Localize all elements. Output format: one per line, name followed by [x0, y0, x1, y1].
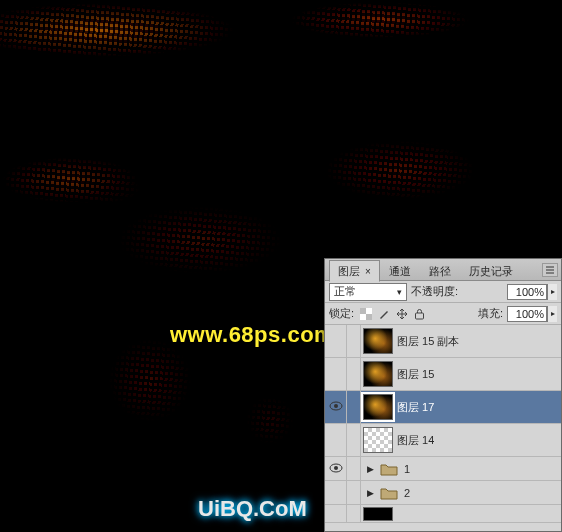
layer-group-row[interactable]: ▶ 2 [325, 481, 561, 505]
opacity-input[interactable]: 100% [507, 284, 547, 300]
layer-list: 图层 15 副本 图层 15 图层 17 图层 14 [325, 325, 561, 531]
svg-rect-4 [416, 313, 424, 319]
disclosure-triangle-icon[interactable]: ▶ [365, 487, 376, 498]
svg-rect-0 [360, 308, 366, 314]
tab-paths[interactable]: 路径 [420, 260, 460, 281]
panel-menu-icon[interactable] [542, 263, 558, 277]
lock-transparency-icon[interactable] [358, 306, 373, 321]
watermark-68ps: www.68ps.com [170, 322, 334, 348]
link-column[interactable] [347, 391, 361, 423]
link-column[interactable] [347, 424, 361, 456]
watermark-uibq: UiBQ.CoM [198, 496, 307, 522]
folder-icon [379, 461, 399, 477]
link-column[interactable] [347, 505, 361, 522]
tab-label: 历史记录 [469, 265, 513, 277]
eye-icon [329, 463, 343, 475]
opacity-value: 100% [516, 286, 544, 298]
blend-mode-value: 正常 [334, 284, 356, 299]
layer-thumbnail[interactable] [363, 328, 393, 354]
layer-thumbnail[interactable] [363, 427, 393, 453]
link-column[interactable] [347, 325, 361, 357]
layer-name: 2 [404, 487, 410, 499]
tab-channels[interactable]: 通道 [380, 260, 420, 281]
layer-thumbnail[interactable] [363, 394, 393, 420]
layer-row[interactable]: 图层 15 副本 [325, 325, 561, 358]
fill-label: 填充: [478, 306, 503, 321]
lock-all-icon[interactable] [412, 306, 427, 321]
blend-mode-select[interactable]: 正常 ▾ [329, 283, 407, 301]
disclosure-triangle-icon[interactable]: ▶ [365, 463, 376, 474]
layer-name: 图层 15 副本 [397, 334, 459, 349]
lock-pixels-icon[interactable] [376, 306, 391, 321]
tab-label: 通道 [389, 265, 411, 277]
layer-name: 图层 14 [397, 433, 434, 448]
layer-row-partial[interactable] [325, 505, 561, 523]
layer-thumbnail[interactable] [363, 361, 393, 387]
lock-position-icon[interactable] [394, 306, 409, 321]
layer-row[interactable]: 图层 14 [325, 424, 561, 457]
folder-icon [379, 485, 399, 501]
layer-group-row[interactable]: ▶ 1 [325, 457, 561, 481]
visibility-toggle[interactable] [325, 325, 347, 357]
layer-thumbnail[interactable] [363, 507, 393, 521]
tab-label: 路径 [429, 265, 451, 277]
link-column[interactable] [347, 457, 361, 480]
tab-history[interactable]: 历史记录 [460, 260, 522, 281]
svg-rect-3 [360, 314, 366, 320]
visibility-toggle[interactable] [325, 505, 347, 522]
visibility-toggle[interactable] [325, 391, 347, 423]
opacity-flyout-icon[interactable]: ▸ [547, 284, 557, 300]
tab-layers[interactable]: 图层 × [329, 260, 380, 282]
svg-point-8 [334, 466, 338, 470]
svg-rect-2 [366, 308, 372, 314]
svg-point-6 [334, 404, 338, 408]
tab-label: 图层 [338, 265, 360, 277]
link-column[interactable] [347, 358, 361, 390]
layer-name: 图层 17 [397, 400, 434, 415]
opacity-label: 不透明度: [411, 284, 458, 299]
visibility-toggle[interactable] [325, 481, 347, 504]
chevron-down-icon: ▾ [397, 287, 402, 297]
lock-fill-row: 锁定: 填充: 100% ▸ [325, 303, 561, 325]
lock-label: 锁定: [329, 306, 354, 321]
layer-name: 图层 15 [397, 367, 434, 382]
fill-input[interactable]: 100% [507, 306, 547, 322]
visibility-toggle[interactable] [325, 358, 347, 390]
layers-panel: 图层 × 通道 路径 历史记录 正常 ▾ 不透明度: 100% ▸ 锁定: [324, 258, 562, 532]
layer-row[interactable]: 图层 15 [325, 358, 561, 391]
close-icon[interactable]: × [365, 266, 371, 277]
visibility-toggle[interactable] [325, 424, 347, 456]
link-column[interactable] [347, 481, 361, 504]
panel-tabs: 图层 × 通道 路径 历史记录 [325, 259, 561, 281]
svg-rect-1 [366, 314, 372, 320]
fill-value: 100% [516, 308, 544, 320]
eye-icon [329, 401, 343, 413]
fill-flyout-icon[interactable]: ▸ [547, 306, 557, 322]
layer-name: 1 [404, 463, 410, 475]
blend-opacity-row: 正常 ▾ 不透明度: 100% ▸ [325, 281, 561, 303]
lock-icons-group [358, 306, 427, 321]
layer-row-selected[interactable]: 图层 17 [325, 391, 561, 424]
visibility-toggle[interactable] [325, 457, 347, 480]
